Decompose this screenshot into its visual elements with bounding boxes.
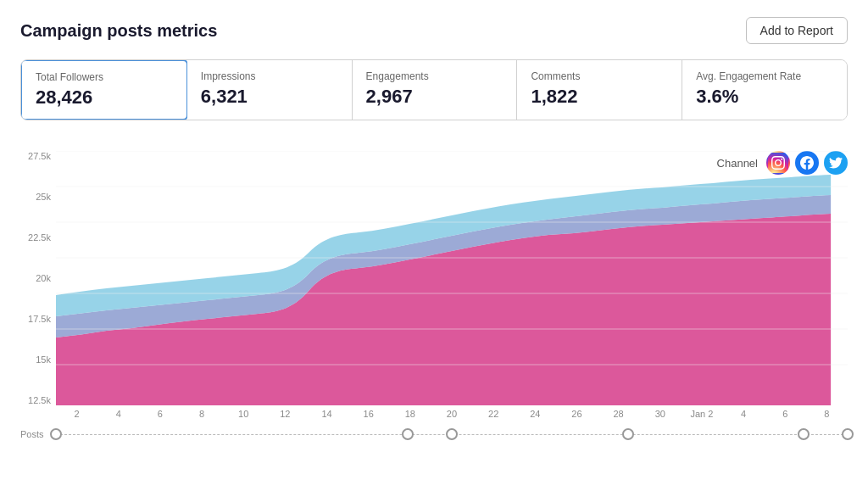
x-axis-label: 18 [389,409,431,419]
y-axis-label: 20k [20,273,56,283]
x-axis-label: 4 [723,409,765,419]
x-axis-label: 24 [515,409,556,419]
post-dot [50,428,62,440]
post-dot [446,428,458,440]
x-axis-label: 28 [598,409,639,419]
metric-card-comments[interactable]: Comments 1,822 [517,60,682,120]
metric-label-impressions: Impressions [201,70,338,82]
chart-section: Channel 27.5k25k22.5k20k17.5k15k12.5k [20,151,848,443]
metric-value-total-followers: 28,426 [36,86,173,109]
metric-value-engagements: 2,967 [366,86,504,108]
metrics-row: Total Followers 28,426 Impressions 6,321… [20,59,848,120]
x-axis-label: 4 [97,409,139,419]
x-axis-label: 8 [181,409,222,419]
x-axis-label: 6 [139,409,181,419]
x-axis-label: 2 [56,409,97,419]
metric-label-avg-engagement-rate: Avg. Engagement Rate [696,70,833,82]
posts-line [56,426,848,443]
post-dot [842,428,854,440]
x-axis-label: 12 [264,409,306,419]
x-axis-label: 20 [431,409,472,419]
metric-value-avg-engagement-rate: 3.6% [696,86,833,108]
metric-card-impressions[interactable]: Impressions 6,321 [187,60,353,120]
x-axis-label: 8 [806,409,848,419]
chart-container: 27.5k25k22.5k20k17.5k15k12.5k [20,151,848,405]
x-axis-label: 16 [348,409,389,419]
x-axis-label: 14 [306,409,348,419]
y-axis-label: 15k [20,354,56,365]
metric-value-comments: 1,822 [531,86,668,108]
posts-label: Posts [20,429,44,439]
metric-value-impressions: 6,321 [201,86,338,108]
metric-card-engagements[interactable]: Engagements 2,967 [353,60,518,120]
metric-label-engagements: Engagements [366,70,504,82]
metric-card-total-followers[interactable]: Total Followers 28,426 [20,59,188,120]
y-axis-label: 22.5k [20,232,56,243]
x-axis-label: 10 [223,409,264,419]
metric-card-avg-engagement-rate[interactable]: Avg. Engagement Rate 3.6% [682,60,847,120]
y-axis-label: 25k [20,192,56,202]
y-axis-label: 27.5k [20,151,56,161]
x-axis-label: Jan 2 [681,409,722,419]
page-header: Campaign posts metrics Add to Report [20,17,848,44]
x-axis-label: 22 [473,409,515,419]
y-axis-label: 17.5k [20,314,56,324]
x-axis-label: 30 [639,409,681,419]
x-axis: 24681012141618202224262830Jan 2468 [20,409,848,419]
post-dot [798,428,810,440]
metric-label-comments: Comments [531,70,668,82]
page-title: Campaign posts metrics [20,21,217,41]
x-axis-label: 26 [556,409,598,419]
chart-area [56,151,848,405]
posts-row: Posts [20,426,848,443]
metric-label-total-followers: Total Followers [36,71,173,83]
chart-svg [56,151,848,405]
post-dot [622,428,634,440]
y-axis-label: 12.5k [20,395,56,405]
y-axis: 27.5k25k22.5k20k17.5k15k12.5k [20,151,56,405]
add-report-button[interactable]: Add to Report [746,17,848,44]
post-dot [402,428,414,440]
x-axis-label: 6 [765,409,806,419]
